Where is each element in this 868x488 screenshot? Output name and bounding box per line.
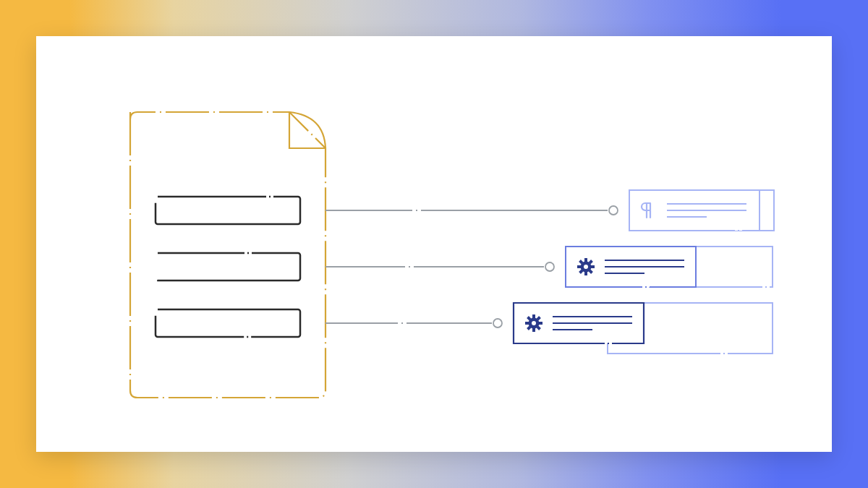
gear-icon xyxy=(525,314,542,332)
svg-rect-15 xyxy=(156,309,300,337)
svg-point-17 xyxy=(609,206,618,215)
svg-point-19 xyxy=(545,262,554,271)
document-row-3 xyxy=(156,309,300,337)
card-3 xyxy=(514,303,644,343)
diagram-canvas xyxy=(36,36,832,452)
document-row-2 xyxy=(156,253,300,281)
connector-2 xyxy=(326,262,554,271)
svg-point-21 xyxy=(493,319,502,328)
diagram-svg xyxy=(36,36,832,452)
card-1 xyxy=(629,190,760,231)
document-icon xyxy=(130,112,326,398)
gear-icon xyxy=(577,258,595,275)
connector-3 xyxy=(326,319,502,328)
svg-rect-13 xyxy=(156,197,300,224)
svg-rect-14 xyxy=(156,253,300,281)
document-row-1 xyxy=(156,197,300,224)
connector-1 xyxy=(326,206,618,215)
card-2 xyxy=(566,247,696,287)
